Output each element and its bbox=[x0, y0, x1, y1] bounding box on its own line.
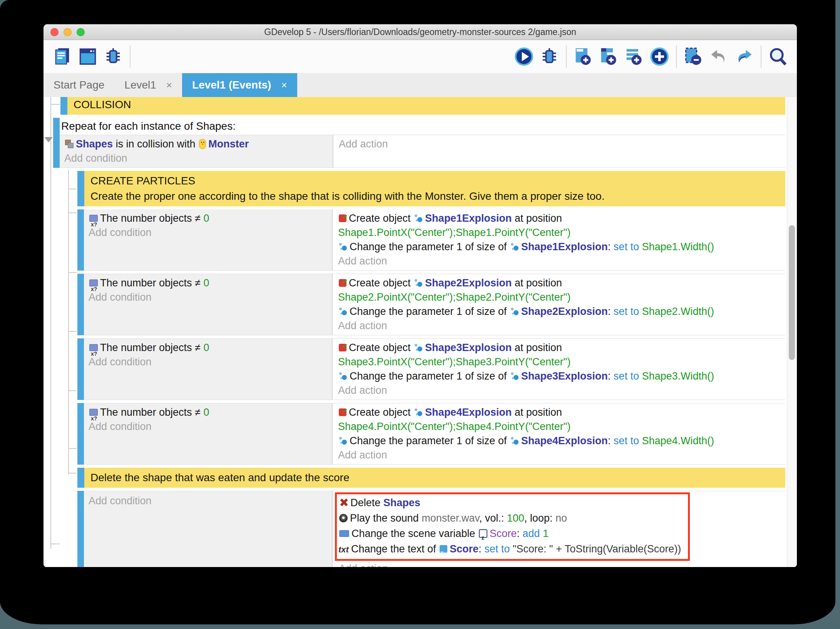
conditions-cell[interactable]: Shapes is in collision with Monster Add … bbox=[60, 135, 333, 167]
conditions-cell[interactable]: The number objects ≠ 0 Add condition bbox=[84, 209, 333, 270]
tree-line bbox=[68, 170, 69, 474]
tab-level1[interactable]: Level1 × bbox=[114, 73, 182, 97]
debugger-icon[interactable] bbox=[102, 46, 124, 67]
scrollbar-track[interactable] bbox=[787, 97, 797, 567]
operator: add bbox=[522, 528, 540, 539]
tab-level1-events[interactable]: Level1 (Events) × bbox=[182, 73, 297, 97]
tab-bar: Start Page Level1 × Level1 (Events) × bbox=[44, 73, 797, 97]
add-action-button[interactable]: Add action bbox=[338, 448, 780, 462]
add-action-button[interactable]: Add action bbox=[339, 137, 780, 151]
tab-start-page[interactable]: Start Page bbox=[44, 73, 114, 97]
actions-cell[interactable]: ✖Delete Shapes Play the sound monster.wa… bbox=[333, 491, 785, 567]
add-circle-icon[interactable] bbox=[649, 46, 670, 67]
project-manager-icon[interactable] bbox=[52, 46, 73, 67]
redo-icon[interactable] bbox=[733, 46, 755, 67]
shape2-event[interactable]: The number objects ≠ 0 Add condition Cre… bbox=[77, 274, 785, 335]
condition-text: The number objects ≠ bbox=[100, 407, 201, 418]
comment-text[interactable]: Delete the shape that was eaten and upda… bbox=[84, 468, 785, 488]
comment-text[interactable]: CREATE PARTICLES Create the proper one a… bbox=[84, 171, 785, 206]
comment-row-create-particles[interactable]: CREATE PARTICLES Create the proper one a… bbox=[77, 171, 785, 206]
actions-cell[interactable]: Create object Shape3Explosion at positio… bbox=[333, 339, 785, 400]
close-tab-icon[interactable]: × bbox=[166, 79, 172, 91]
object-name: Score bbox=[450, 543, 479, 555]
tree-tick bbox=[68, 390, 77, 391]
debug-icon[interactable] bbox=[539, 46, 560, 67]
action-text: Change the scene variable bbox=[351, 528, 475, 539]
undo-icon[interactable] bbox=[708, 46, 730, 67]
add-comment-icon[interactable] bbox=[623, 46, 645, 67]
operator: set to bbox=[614, 306, 639, 317]
add-condition-button[interactable]: Add condition bbox=[89, 290, 327, 304]
comment-row-collision[interactable]: COLLISION bbox=[60, 97, 785, 115]
event-handle[interactable] bbox=[77, 468, 84, 488]
loop-value: no bbox=[556, 512, 567, 524]
size-expression: Shape4.Width() bbox=[642, 435, 714, 447]
add-condition-button[interactable]: Add condition bbox=[64, 151, 328, 166]
event-handle[interactable] bbox=[77, 338, 84, 400]
add-condition-button[interactable]: Add condition bbox=[89, 226, 327, 240]
position-expression: Shape2.PointX("Center");Shape2.PointY("C… bbox=[338, 290, 780, 304]
actions-cell[interactable]: Create object Shape1Explosion at positio… bbox=[333, 209, 785, 270]
add-action-button[interactable]: Add action bbox=[338, 383, 780, 398]
particle-object-icon bbox=[510, 437, 519, 445]
condition-value: 0 bbox=[203, 407, 209, 418]
add-condition-button[interactable]: Add condition bbox=[89, 355, 327, 369]
colon: : bbox=[479, 543, 482, 555]
add-condition-button[interactable]: Add condition bbox=[89, 493, 327, 509]
tree-tick bbox=[68, 331, 77, 332]
event-handle[interactable] bbox=[77, 403, 84, 465]
condition-value: 0 bbox=[203, 277, 209, 289]
play-icon[interactable] bbox=[513, 46, 535, 67]
action-text: Create object bbox=[349, 342, 411, 353]
event-handle[interactable] bbox=[77, 209, 84, 271]
scene-editor-icon[interactable] bbox=[77, 46, 99, 67]
add-event-icon[interactable] bbox=[572, 46, 594, 67]
add-subevent-icon[interactable] bbox=[598, 46, 619, 67]
monster-object-icon bbox=[199, 139, 206, 149]
score-event[interactable]: Add condition ✖Delete Shapes Play the so… bbox=[77, 491, 785, 567]
event-handle[interactable] bbox=[77, 274, 84, 335]
event-handle[interactable] bbox=[60, 97, 67, 115]
remove-event-icon[interactable] bbox=[683, 46, 704, 67]
selected-actions-outline[interactable]: ✖Delete Shapes Play the sound monster.wa… bbox=[335, 492, 690, 561]
collapse-arrow-icon[interactable] bbox=[44, 137, 53, 142]
actions-cell[interactable]: Create object Shape4Explosion at positio… bbox=[333, 403, 785, 464]
comment-text[interactable]: COLLISION bbox=[67, 97, 785, 115]
operator: set to bbox=[614, 241, 639, 253]
conditions-cell[interactable]: Add condition bbox=[84, 491, 333, 567]
object-name: Shape4Explosion bbox=[521, 435, 608, 447]
position-expression: Shape3.PointX("Center");Shape3.PointY("C… bbox=[338, 355, 780, 369]
comment-body: Create the proper one according to the s… bbox=[90, 189, 779, 204]
actions-cell[interactable]: Create object Shape2Explosion at positio… bbox=[333, 274, 785, 335]
tree-tick bbox=[68, 473, 77, 473]
action-text: Change the parameter 1 of size of bbox=[350, 370, 507, 382]
condition-value: 0 bbox=[203, 212, 209, 224]
add-condition-button[interactable]: Add condition bbox=[89, 420, 327, 434]
event-handle[interactable] bbox=[77, 491, 84, 567]
search-icon[interactable] bbox=[767, 46, 789, 67]
action-text: Delete bbox=[350, 497, 380, 509]
comment-row-delete-shape[interactable]: Delete the shape that was eaten and upda… bbox=[77, 468, 785, 488]
scrollbar-thumb[interactable] bbox=[789, 225, 795, 360]
repeat-shapes-event[interactable]: Repeat for each instance of Shapes: Shap… bbox=[53, 118, 785, 168]
events-sheet: COLLISION Repeat for each instance of Sh… bbox=[44, 97, 797, 567]
shape3-event[interactable]: The number objects ≠ 0 Add condition Cre… bbox=[77, 338, 785, 400]
conditions-cell[interactable]: The number objects ≠ 0 Add condition bbox=[84, 339, 333, 400]
object-name: Shape2Explosion bbox=[521, 306, 608, 317]
close-tab-icon[interactable]: × bbox=[281, 79, 287, 91]
add-action-button[interactable]: Add action bbox=[338, 254, 780, 268]
event-handle[interactable] bbox=[53, 118, 60, 168]
conditions-cell[interactable]: The number objects ≠ 0 Add condition bbox=[84, 274, 333, 335]
object-name: Monster bbox=[208, 138, 249, 150]
shape4-event[interactable]: The number objects ≠ 0 Add condition Cre… bbox=[77, 403, 785, 465]
actions-cell[interactable]: Add action bbox=[333, 135, 785, 167]
add-action-button[interactable]: Add action bbox=[339, 561, 780, 567]
add-action-button[interactable]: Add action bbox=[338, 319, 780, 333]
text-object-icon bbox=[440, 545, 447, 553]
size-expression: Shape3.Width() bbox=[642, 370, 714, 382]
event-handle[interactable] bbox=[77, 171, 84, 206]
shape1-event[interactable]: The number objects ≠ 0 Add condition Cre… bbox=[77, 209, 785, 271]
shapes-object-icon bbox=[65, 140, 74, 148]
conditions-cell[interactable]: The number objects ≠ 0 Add condition bbox=[84, 403, 333, 464]
objects-count-icon bbox=[89, 279, 98, 286]
